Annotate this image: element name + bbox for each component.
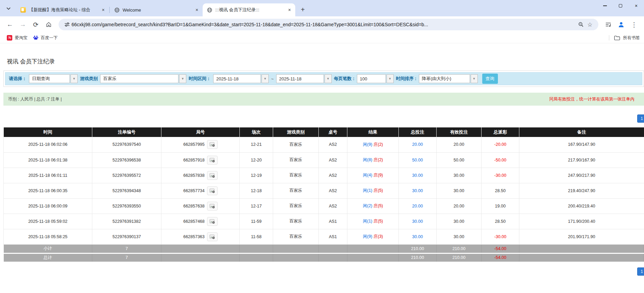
maximize-button[interactable] xyxy=(613,0,628,12)
page-number-button[interactable]: 1 xyxy=(637,114,644,123)
cell-time: 2025-11-18 05:58:25 xyxy=(4,229,92,244)
video-replay-button[interactable] xyxy=(207,140,218,149)
cell-valid-bet: 30.00 xyxy=(437,183,482,198)
home-icon xyxy=(46,21,52,28)
forum-favicon-icon xyxy=(20,7,26,13)
video-replay-button[interactable] xyxy=(207,186,218,195)
column-header: 桌号 xyxy=(319,127,347,137)
cell-time: 2025-11-18 06:01:11 xyxy=(4,168,92,183)
site-settings-icon[interactable] xyxy=(63,20,72,29)
range-separator: ~ xyxy=(271,76,274,81)
table-row: 2025-11-18 06:02:06 522976397540 6628579… xyxy=(4,137,644,152)
browser-tab-welcome[interactable]: Welcome × xyxy=(110,3,203,16)
chevron-down-icon[interactable]: ▼ xyxy=(262,74,269,83)
cell-valid-bet: 50.00 xyxy=(437,152,482,168)
cell-total-bet[interactable]: 20.00 xyxy=(399,137,437,152)
media-controls-icon[interactable] xyxy=(603,19,614,30)
cell-total-bet[interactable]: 50.00 xyxy=(399,152,437,168)
zoom-icon[interactable] xyxy=(577,20,585,29)
cell-total-bet[interactable]: 30.00 xyxy=(399,168,437,183)
cell-session: 12-17 xyxy=(240,198,273,214)
summary-valid-bet: 210.00 xyxy=(437,244,482,253)
cell-session: 12-18 xyxy=(240,183,273,198)
window-close-button[interactable]: × xyxy=(628,0,644,12)
forward-button[interactable]: → xyxy=(17,19,28,30)
cell-total-bet[interactable]: 30.00 xyxy=(399,214,437,229)
home-button[interactable] xyxy=(43,19,54,30)
result-player: 闲(1) xyxy=(363,219,372,223)
url-text[interactable]: 66cxkj98.com/game/betrecord_search/kind3… xyxy=(72,22,577,27)
reload-button[interactable]: ⟳ xyxy=(30,19,41,30)
date-end-select[interactable]: 2025-11-18 ▼ xyxy=(276,74,332,83)
minimize-button[interactable] xyxy=(597,0,613,12)
cell-time: 2025-11-18 06:01:38 xyxy=(4,152,92,168)
pagination-bottom: 1 xyxy=(0,267,644,276)
summary-payout: -54.00 xyxy=(482,253,519,262)
filter-range-label: 时间区间： xyxy=(189,76,211,82)
toolbar-right-icons: ⋮ xyxy=(602,19,641,30)
filter-mode-label: 请选择： xyxy=(9,76,27,82)
address-bar[interactable]: 66cxkj98.com/game/betrecord_search/kind3… xyxy=(59,19,598,30)
close-icon[interactable]: × xyxy=(286,7,293,13)
cell-valid-bet: 30.00 xyxy=(437,214,482,229)
cell-remark: 200.40/219.40 xyxy=(519,198,644,214)
search-button[interactable]: 查询 xyxy=(482,74,498,84)
video-replay-button[interactable] xyxy=(207,232,218,241)
summary-total-bet: 210.00 xyxy=(399,244,437,253)
cell-game-type: 百家乐 xyxy=(273,152,319,168)
chevron-down-icon[interactable]: ▼ xyxy=(387,74,394,83)
bookmark-label: 百度一下 xyxy=(41,35,58,41)
chevron-down-icon[interactable]: ▼ xyxy=(70,74,78,83)
bookmark-star-icon[interactable]: ☆ xyxy=(585,20,594,29)
cell-payout: 28.50 xyxy=(482,214,519,229)
cell-result: 闲(2) 庄(5) xyxy=(347,198,399,214)
cell-total-bet[interactable]: 30.00 xyxy=(399,183,437,198)
video-replay-button[interactable] xyxy=(207,217,218,226)
video-replay-button[interactable] xyxy=(207,202,218,211)
mode-select[interactable]: 日期查询 ▼ xyxy=(29,74,78,83)
video-image-icon xyxy=(209,204,215,209)
result-banker: 庄(5) xyxy=(374,203,383,208)
menu-dots-icon[interactable]: ⋮ xyxy=(629,19,640,30)
cell-bet-id: 522976393550 xyxy=(92,198,161,214)
chevron-down-icon[interactable]: ▼ xyxy=(471,74,478,83)
browser-tab-forum[interactable]: 【新提醒】海燕策略论坛 - 综合 × xyxy=(16,3,109,16)
cell-round-id: 662857638 xyxy=(161,198,240,214)
cell-total-bet[interactable]: 30.00 xyxy=(399,229,437,244)
sort-select[interactable]: 降幂(由大到小) ▼ xyxy=(419,74,478,83)
game-type-select[interactable]: 百家乐 ▼ xyxy=(100,74,186,83)
video-replay-button[interactable] xyxy=(207,171,218,180)
close-icon[interactable]: × xyxy=(100,7,106,13)
back-button[interactable]: ← xyxy=(4,19,15,30)
cell-bet-id: 522976394348 xyxy=(92,183,161,198)
mode-value: 日期查询 xyxy=(29,74,70,83)
tab-search-button[interactable] xyxy=(3,3,14,14)
result-player: 闲(1) xyxy=(363,188,372,193)
pagesize-select[interactable]: 100 ▼ xyxy=(357,74,394,83)
chevron-down-icon[interactable]: ▼ xyxy=(325,74,332,83)
summary-valid-bet: 210.00 xyxy=(437,253,482,262)
page-number-button[interactable]: 1 xyxy=(637,267,644,276)
tab-title: Welcome xyxy=(123,7,192,13)
video-replay-button[interactable] xyxy=(207,156,218,165)
profile-avatar-icon[interactable] xyxy=(616,19,627,30)
summary-payout: -54.00 xyxy=(482,244,519,253)
table-row: 2025-11-18 06:00:09 522976393550 6628576… xyxy=(4,198,644,214)
all-bookmarks-button[interactable]: 所有书签 xyxy=(609,35,640,41)
date-start-select[interactable]: 2025-11-18 ▼ xyxy=(213,74,269,83)
note-text: 同局有效投注，统一计算在该局第一张注单内 xyxy=(549,96,634,102)
browser-tab-bet-records[interactable]: :::视讯 会员下注纪录::: × xyxy=(203,3,295,16)
result-player: 闲(2) xyxy=(363,203,372,208)
pagesize-value: 100 xyxy=(357,74,386,83)
chevron-down-icon[interactable]: ▼ xyxy=(179,74,186,83)
bookmark-baidu[interactable]: 百度一下 xyxy=(30,34,61,42)
close-icon[interactable]: × xyxy=(194,7,200,13)
cell-total-bet[interactable]: 20.00 xyxy=(399,198,437,214)
page-title: 视讯 会员下注纪录 xyxy=(7,58,644,65)
bookmark-aitaobao[interactable]: 淘 爱淘宝 xyxy=(4,34,30,42)
window-controls: × xyxy=(597,0,644,12)
new-tab-button[interactable]: + xyxy=(298,5,308,14)
browser-toolbar: ← → ⟳ 66cxkj98.com/game/betrecord_search… xyxy=(0,16,644,33)
cell-table-no: AS2 xyxy=(319,152,347,168)
summary-row: 小计 7 210.00 210.00 -54.00 xyxy=(4,244,644,253)
